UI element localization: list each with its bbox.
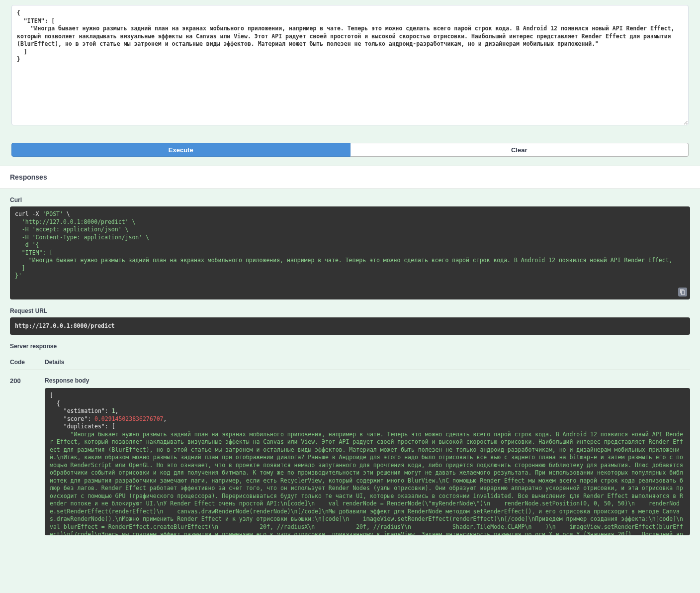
curl-text: -H 'accept: application/json' \ bbox=[15, 226, 129, 233]
request-body-textarea[interactable] bbox=[11, 5, 689, 125]
json-text: "estimation": bbox=[50, 407, 112, 414]
curl-text: ] bbox=[15, 265, 25, 272]
curl-text: \ bbox=[63, 210, 70, 217]
request-url-label: Request URL bbox=[10, 307, 690, 314]
json-text: "duplicates": [ bbox=[50, 423, 115, 430]
json-text: [ bbox=[50, 392, 53, 399]
textarea-container bbox=[10, 0, 690, 132]
response-body-label: Response body bbox=[45, 377, 690, 384]
curl-text: -H 'Content-Type: application/json' \ bbox=[15, 234, 149, 241]
response-body-block: [ { "estimation": 1, "score": 0.02914502… bbox=[45, 388, 690, 535]
details-col-header: Details bbox=[45, 359, 690, 366]
json-text: , bbox=[115, 407, 119, 414]
curl-text: -d '{ bbox=[15, 241, 39, 248]
curl-text: 'http://127.0.0.1:8000/predict' \ bbox=[15, 218, 135, 225]
json-text: "Иногда бывает нужно размыть задний план… bbox=[50, 431, 690, 535]
curl-text: "ITEM": [ bbox=[15, 249, 53, 256]
request-url-block: http://127.0.0.1:8000/predict bbox=[10, 317, 690, 335]
json-text: { bbox=[50, 400, 60, 407]
copy-curl-button[interactable] bbox=[678, 288, 687, 296]
responses-heading: Responses bbox=[0, 166, 700, 189]
curl-text: curl -X bbox=[15, 210, 42, 217]
status-code: 200 bbox=[10, 377, 45, 535]
clear-button[interactable]: Clear bbox=[350, 143, 689, 157]
server-response-label: Server response bbox=[10, 343, 690, 350]
json-text: "score": bbox=[50, 415, 94, 422]
json-text: 1 bbox=[112, 407, 115, 414]
responses-section: Curl curl -X 'POST' \ 'http://127.0.0.1:… bbox=[0, 197, 700, 535]
json-text: , bbox=[164, 415, 167, 422]
button-row: Execute Clear bbox=[11, 143, 689, 157]
clipboard-icon bbox=[680, 289, 686, 295]
response-row: 200 Response body [ { "estimation": 1, "… bbox=[10, 370, 690, 535]
details-column: Response body [ { "estimation": 1, "scor… bbox=[45, 377, 690, 535]
curl-block: curl -X 'POST' \ 'http://127.0.0.1:8000/… bbox=[10, 206, 690, 299]
response-table-head: Code Details bbox=[10, 353, 690, 370]
curl-label: Curl bbox=[10, 197, 690, 203]
curl-text: 'POST' bbox=[42, 210, 63, 217]
json-text: 0.029145023836276707 bbox=[94, 415, 163, 422]
curl-text: }' bbox=[15, 272, 22, 279]
parameters-section: Execute Clear bbox=[0, 0, 700, 157]
curl-text: "Иногда бывает нужно размыть задний план… bbox=[15, 257, 672, 264]
code-col-header: Code bbox=[10, 359, 45, 366]
execute-button[interactable]: Execute bbox=[11, 143, 350, 157]
